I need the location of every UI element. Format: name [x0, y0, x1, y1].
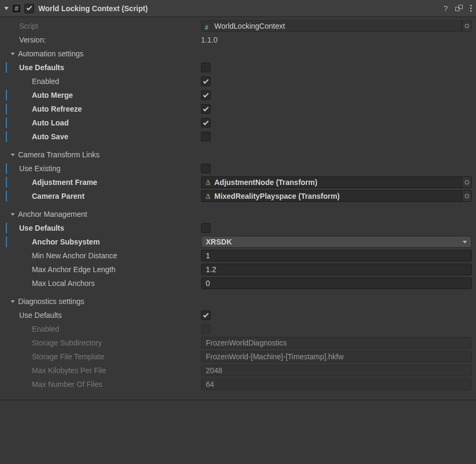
version-value: 1.1.0 — [201, 36, 472, 44]
max-edge-length-label: Max Anchor Edge Length — [4, 265, 201, 274]
override-bar — [6, 223, 7, 233]
chevron-down-icon — [463, 241, 467, 243]
maxkb-row: Max Kilobytes Per File 2048 — [4, 364, 472, 377]
diag-enabled-checkbox — [201, 324, 211, 334]
anchor-header[interactable]: Anchor Management — [4, 207, 472, 221]
override-bar — [6, 131, 7, 142]
autoload-checkbox[interactable] — [201, 118, 211, 128]
override-bar — [6, 117, 7, 128]
max-local-anchors-field[interactable]: 0 — [201, 277, 472, 289]
automerge-checkbox[interactable] — [201, 90, 211, 100]
maxfiles-field: 64 — [201, 378, 472, 390]
use-existing-checkbox[interactable] — [201, 164, 211, 173]
foldout-icon[interactable] — [11, 53, 15, 55]
override-bar — [6, 104, 7, 114]
anchor-title: Anchor Management — [18, 210, 87, 218]
anchor-subsystem-dropdown[interactable]: XRSDK — [201, 236, 472, 248]
transform-icon — [205, 179, 211, 185]
foldout-icon[interactable] — [11, 213, 15, 216]
autosave-label: Auto Save — [4, 132, 201, 141]
enabled-label: Enabled — [4, 77, 201, 86]
use-defaults-checkbox[interactable] — [201, 63, 211, 72]
overrides-icon[interactable] — [455, 5, 463, 12]
automation-usedefaults-row: Use Defaults — [4, 61, 472, 74]
component-footer-border — [0, 400, 476, 400]
automerge-label: Auto Merge — [4, 91, 201, 99]
maxfiles-row: Max Number Of Files 64 — [4, 377, 472, 391]
foldout-icon[interactable] — [11, 300, 15, 303]
adjustment-frame-value: AdjustmentNode (Transform) — [214, 178, 318, 187]
script-label: Script — [4, 22, 201, 30]
anchor-usedefaults-label: Use Defaults — [4, 224, 201, 232]
maxkb-label: Max Kilobytes Per File — [4, 366, 201, 375]
diag-enabled-row: Enabled — [4, 322, 472, 336]
min-anchor-distance-label: Min New Anchor Distance — [4, 251, 201, 260]
object-picker-icon[interactable] — [462, 177, 471, 188]
storage-filetpl-label: Storage File Template — [4, 352, 201, 361]
adjustment-frame-label: Adjustment Frame — [4, 178, 201, 187]
anchor-usedefaults-checkbox[interactable] — [201, 223, 211, 233]
camera-parent-value: MixedRealityPlayspace (Transform) — [214, 192, 340, 200]
diag-usedefaults-checkbox[interactable] — [201, 310, 211, 320]
diagnostics-title: Diagnostics settings — [18, 297, 85, 306]
foldout-toggle[interactable] — [4, 7, 9, 10]
storage-subdir-field: FrozenWorldDiagnostics — [201, 337, 472, 349]
more-options-icon[interactable] — [470, 5, 472, 12]
use-existing-label: Use Existing — [4, 164, 201, 173]
max-edge-length-row: Max Anchor Edge Length 1.2 — [4, 263, 472, 276]
override-bar — [6, 237, 7, 247]
camera-parent-row: Camera Parent MixedRealityPlayspace (Tra… — [4, 189, 472, 203]
autosave-checkbox[interactable] — [201, 132, 211, 141]
min-anchor-distance-field[interactable]: 1 — [201, 250, 472, 261]
component-enabled-checkbox[interactable] — [24, 4, 34, 13]
script-asset-icon — [205, 23, 211, 29]
autorefreeze-label: Auto Refreeze — [4, 105, 201, 113]
max-local-anchors-row: Max Local Anchors 0 — [4, 276, 472, 290]
automation-header[interactable]: Automation settings — [4, 47, 472, 61]
version-label: Version: — [4, 36, 201, 44]
override-bar — [6, 163, 7, 174]
diag-usedefaults-row: Use Defaults — [4, 308, 472, 322]
adjustment-frame-field[interactable]: AdjustmentNode (Transform) — [201, 176, 472, 188]
autosave-row: Auto Save — [4, 130, 472, 144]
automation-enabled-row: Enabled — [4, 74, 472, 88]
help-icon[interactable]: ? — [444, 4, 448, 13]
component-header: # World Locking Context (Script) ? — [0, 0, 476, 17]
camera-parent-field[interactable]: MixedRealityPlayspace (Transform) — [201, 190, 472, 202]
script-icon: # — [12, 4, 21, 13]
camera-header[interactable]: Camera Transform Links — [4, 148, 472, 162]
script-row: Script WorldLockingContext — [4, 19, 472, 33]
storage-subdir-row: Storage Subdirectory FrozenWorldDiagnost… — [4, 336, 472, 350]
automation-title: Automation settings — [18, 49, 83, 58]
script-value: WorldLockingContext — [214, 22, 285, 30]
override-bar — [6, 177, 7, 188]
storage-filetpl-row: Storage File Template FrozenWorld-[Machi… — [4, 350, 472, 364]
diag-enabled-label: Enabled — [4, 325, 201, 333]
adjustment-frame-row: Adjustment Frame AdjustmentNode (Transfo… — [4, 175, 472, 189]
inspector-body: Script WorldLockingContext Version: 1.1.… — [0, 17, 476, 396]
camera-parent-label: Camera Parent — [4, 192, 201, 200]
foldout-icon[interactable] — [11, 154, 15, 156]
autorefreeze-checkbox[interactable] — [201, 104, 211, 114]
camera-title: Camera Transform Links — [18, 150, 99, 159]
maxkb-field: 2048 — [201, 365, 472, 376]
diagnostics-header[interactable]: Diagnostics settings — [4, 294, 472, 308]
storage-filetpl-field: FrozenWorld-[Machine]-[Timestamp].hkfw — [201, 351, 472, 362]
anchor-subsystem-value: XRSDK — [206, 238, 232, 246]
autorefreeze-row: Auto Refreeze — [4, 102, 472, 116]
use-defaults-label: Use Defaults — [4, 63, 201, 72]
automerge-row: Auto Merge — [4, 88, 472, 102]
version-row: Version: 1.1.0 — [4, 33, 472, 47]
use-existing-row: Use Existing — [4, 162, 472, 175]
transform-icon — [205, 193, 211, 199]
min-anchor-distance-row: Min New Anchor Distance 1 — [4, 249, 472, 263]
autoload-label: Auto Load — [4, 119, 201, 127]
diag-usedefaults-label: Use Defaults — [4, 311, 201, 319]
override-bar — [6, 62, 7, 73]
enabled-checkbox[interactable] — [201, 77, 211, 86]
storage-subdir-label: Storage Subdirectory — [4, 339, 201, 347]
object-picker-icon[interactable] — [462, 191, 471, 201]
object-picker-icon — [462, 21, 471, 31]
max-edge-length-field[interactable]: 1.2 — [201, 264, 472, 275]
override-bar — [6, 191, 7, 201]
